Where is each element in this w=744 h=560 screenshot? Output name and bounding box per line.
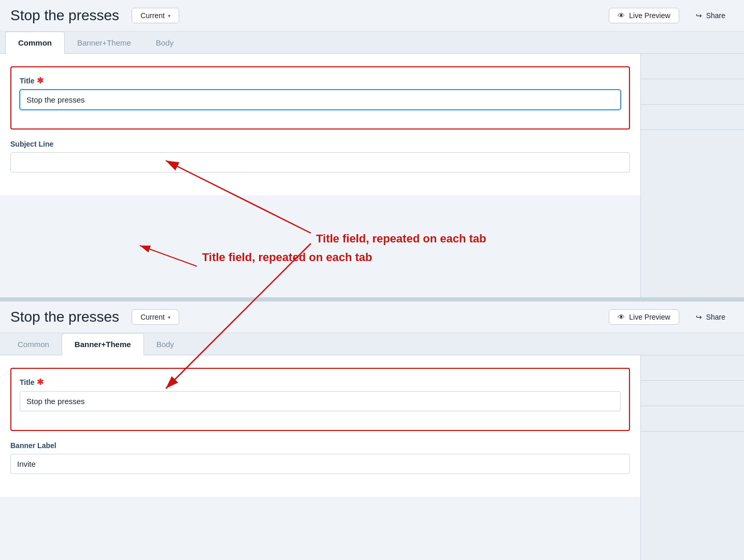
live-preview-button[interactable]: 👁 Live Preview xyxy=(609,8,679,23)
bottom-right-panel-line-3 xyxy=(641,431,744,432)
top-panel-content: Title ✱ Subject Line xyxy=(0,54,640,195)
title-label-top: Title ✱ xyxy=(20,76,621,85)
bottom-panel-content: Title ✱ Banner Label xyxy=(0,355,640,497)
tab-common-top[interactable]: Common xyxy=(5,32,65,54)
banner-label-input[interactable] xyxy=(10,454,630,474)
bottom-content-layout: Title ✱ Banner Label xyxy=(0,355,744,560)
top-right-panel xyxy=(640,54,744,297)
bottom-live-preview-button[interactable]: 👁 Live Preview xyxy=(609,309,679,325)
bottom-live-preview-label: Live Preview xyxy=(629,313,670,321)
tab-body-top[interactable]: Body xyxy=(144,32,186,53)
title-annotation-box: Title ✱ xyxy=(10,66,630,130)
version-dropdown[interactable]: Current ▾ xyxy=(132,8,179,23)
top-tabs-bar: Common Banner+Theme Body xyxy=(0,32,744,54)
eye-icon: 👁 xyxy=(618,11,625,20)
title-input-bottom[interactable] xyxy=(20,391,621,411)
banner-label-field-group: Banner Label xyxy=(10,441,630,474)
title-required-bottom: ✱ xyxy=(37,377,44,387)
right-panel-line-3 xyxy=(641,130,744,130)
right-panel-line-1 xyxy=(641,79,744,79)
subject-line-input[interactable] xyxy=(10,152,630,173)
bottom-right-panel xyxy=(640,355,744,560)
title-annotation-box-bottom: Title ✱ xyxy=(10,368,630,431)
bottom-version-dropdown[interactable]: Current ▾ xyxy=(132,309,179,325)
title-input-top[interactable] xyxy=(20,90,621,110)
bottom-right-panel-line-1 xyxy=(641,380,744,381)
title-field-group-top: Title ✱ xyxy=(20,76,621,110)
title-field-group-bottom: Title ✱ xyxy=(20,377,621,411)
bottom-share-label: Share xyxy=(706,313,725,321)
chevron-down-icon: ▾ xyxy=(168,13,170,19)
tab-banner-theme-bottom[interactable]: Banner+Theme xyxy=(62,333,144,355)
share-button[interactable]: ↪ Share xyxy=(688,8,734,23)
title-required-top: ✱ xyxy=(37,76,44,85)
version-label: Current xyxy=(140,11,165,20)
panel-divider xyxy=(0,297,744,301)
top-main-left: Title ✱ Subject Line xyxy=(0,54,640,297)
tab-body-bottom[interactable]: Body xyxy=(144,333,187,355)
bottom-eye-icon: 👁 xyxy=(618,313,625,321)
bottom-right-panel-line-2 xyxy=(641,406,744,406)
subject-line-label: Subject Line xyxy=(10,140,630,148)
bottom-main-left: Title ✱ Banner Label xyxy=(0,355,640,560)
page-title: Stop the presses xyxy=(10,7,119,24)
tab-common-bottom[interactable]: Common xyxy=(5,333,62,355)
top-content-layout: Title ✱ Subject Line xyxy=(0,54,744,297)
share-icon: ↪ xyxy=(696,11,702,20)
bottom-panel: Stop the presses Current ▾ 👁 Live Previe… xyxy=(0,301,744,560)
live-preview-label: Live Preview xyxy=(629,11,670,20)
subject-line-field-group: Subject Line xyxy=(10,140,630,173)
bottom-header: Stop the presses Current ▾ 👁 Live Previe… xyxy=(0,301,744,333)
share-label: Share xyxy=(706,11,725,20)
banner-label-label: Banner Label xyxy=(10,441,630,450)
bottom-tabs-bar: Common Banner+Theme Body xyxy=(0,333,744,355)
top-panel: Stop the presses Current ▾ 👁 Live Previe… xyxy=(0,0,744,297)
title-label-bottom: Title ✱ xyxy=(20,377,621,387)
right-panel-line-2 xyxy=(641,104,744,105)
bottom-share-icon: ↪ xyxy=(696,313,702,321)
top-header: Stop the presses Current ▾ 👁 Live Previe… xyxy=(0,0,744,32)
bottom-share-button[interactable]: ↪ Share xyxy=(688,310,734,324)
bottom-version-label: Current xyxy=(140,313,165,321)
bottom-chevron-down-icon: ▾ xyxy=(168,314,170,320)
bottom-page-title: Stop the presses xyxy=(10,309,119,325)
tab-banner-theme-top[interactable]: Banner+Theme xyxy=(65,32,144,53)
